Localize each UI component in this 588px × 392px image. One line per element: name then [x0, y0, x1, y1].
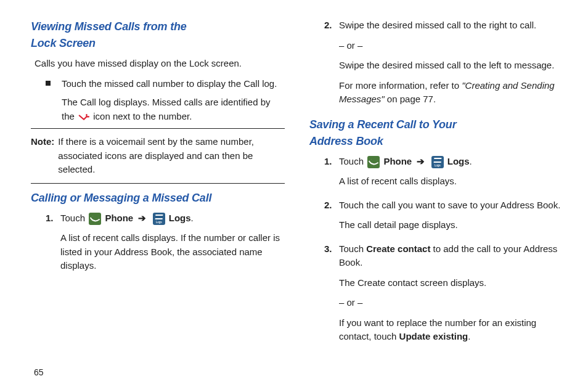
- app-label: Logs: [169, 213, 191, 223]
- body-text: Touch Phone ➔ Logs.: [339, 155, 563, 169]
- heading-line: Viewing Missed Calls from the: [31, 20, 187, 33]
- step-number: 2.: [324, 198, 339, 213]
- arrow-icon: ➔: [138, 213, 149, 223]
- left-column: Viewing Missed Calls from the Lock Scree…: [31, 18, 285, 354]
- heading-line: Saving a Recent Call to Your: [309, 118, 456, 131]
- text-fragment: Touch: [339, 156, 366, 166]
- page-number: 65: [34, 367, 44, 377]
- step-item: 2. Touch the call you want to save to yo…: [309, 198, 563, 239]
- body-text: For more information, refer to "Creating…: [339, 79, 563, 107]
- step-body: Touch the call you want to save to your …: [339, 198, 563, 239]
- body-text: The call detail page displays.: [339, 218, 563, 232]
- note-text: If there is a voicemail sent by the same…: [57, 135, 285, 177]
- step-number: 1.: [46, 211, 60, 226]
- step-item: 2. Swipe the desired missed call to the …: [309, 18, 563, 113]
- app-label: Phone: [383, 156, 412, 166]
- step-number: 1.: [324, 155, 339, 169]
- heading-line: Address Book: [309, 135, 383, 147]
- app-label: Phone: [105, 213, 133, 223]
- step-item: 3. Touch Create contact to add the call …: [309, 242, 563, 350]
- step-body: Touch Phone ➔ Logs. A list of recent cal…: [339, 155, 563, 195]
- step-item: 1. Touch Phone ➔ Logs. A list of recent …: [31, 211, 285, 279]
- heading-viewing-missed-calls: Viewing Missed Calls from the Lock Scree…: [31, 18, 285, 52]
- step-number: 3.: [324, 242, 339, 256]
- body-text: Touch Create contact to add the call to …: [339, 242, 563, 270]
- note-label: Note:: [31, 135, 54, 149]
- logs-icon: [153, 213, 165, 225]
- or-separator: – or –: [339, 296, 563, 310]
- step-number: 2.: [324, 18, 339, 33]
- body-text: The Create contact screen displays.: [339, 276, 563, 290]
- body-text: Touch the call you want to save to your …: [339, 198, 563, 213]
- missed-call-icon: [78, 113, 89, 121]
- square-bullet-icon: [46, 81, 51, 86]
- step-body: Touch Create contact to add the call to …: [339, 242, 563, 350]
- page-columns: Viewing Missed Calls from the Lock Scree…: [31, 18, 563, 354]
- phone-icon: [367, 156, 380, 168]
- bullet-item: Touch the missed call number to display …: [31, 77, 285, 124]
- step-body: Touch Phone ➔ Logs. A list of recent cal…: [60, 211, 285, 279]
- text-fragment: .: [470, 156, 472, 166]
- body-text: A list of recent calls displays. If the …: [60, 231, 285, 273]
- divider: [31, 183, 285, 184]
- logs-icon: [431, 156, 444, 168]
- note-block: Note: If there is a voicemail sent by th…: [31, 135, 285, 177]
- body-text: A list of recent calls displays.: [339, 174, 563, 189]
- heading-saving-recent-call: Saving a Recent Call to Your Address Boo…: [309, 116, 563, 150]
- text-fragment: For more information, refer to: [339, 80, 462, 91]
- text-fragment: .: [468, 331, 470, 341]
- body-text: Swipe the desired missed call to the rig…: [339, 18, 563, 33]
- ui-label: Create contact: [366, 243, 430, 254]
- text-fragment: icon next to the number.: [93, 111, 192, 121]
- app-label: Logs: [447, 156, 470, 166]
- or-separator: – or –: [339, 39, 563, 53]
- divider: [31, 128, 285, 129]
- text-fragment: Touch: [60, 213, 88, 223]
- body-text: Touch the missed call number to display …: [62, 77, 285, 91]
- text-fragment: .: [191, 213, 194, 223]
- body-text: Touch Phone ➔ Logs.: [60, 211, 285, 226]
- heading-calling-messaging: Calling or Messaging a Missed Call: [31, 190, 285, 206]
- arrow-icon: ➔: [417, 156, 427, 166]
- step-item: 1. Touch Phone ➔ Logs. A list of recent …: [309, 155, 563, 195]
- body-text: Calls you have missed display on the Loc…: [31, 57, 285, 71]
- text-fragment: Touch: [339, 243, 366, 254]
- phone-icon: [89, 213, 101, 225]
- text-fragment: on page 77.: [385, 94, 436, 104]
- step-body: Swipe the desired missed call to the rig…: [339, 18, 563, 113]
- bullet-body: Touch the missed call number to display …: [62, 77, 285, 124]
- body-text: The Call log displays. Missed calls are …: [62, 96, 285, 123]
- body-text: Swipe the desired missed call to the lef…: [339, 59, 563, 73]
- heading-line: Lock Screen: [31, 37, 96, 49]
- body-text: If you want to replace the number for an…: [339, 316, 563, 344]
- right-column: 2. Swipe the desired missed call to the …: [309, 18, 563, 354]
- ui-label: Update existing: [399, 331, 468, 341]
